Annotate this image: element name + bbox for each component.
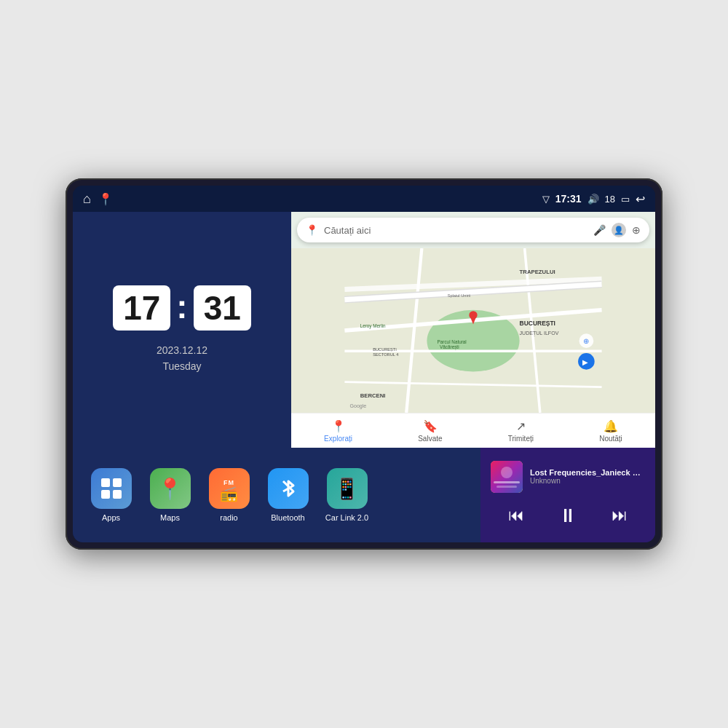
maps-label: Maps <box>160 513 180 522</box>
music-artist: Unknown <box>530 477 645 485</box>
carlink-label: Car Link 2.0 <box>325 513 368 522</box>
maps-pin-icon[interactable]: 📍 <box>98 192 113 206</box>
map-search-icons: 🎤 👤 ⊕ <box>593 223 641 237</box>
svg-text:Google: Google <box>350 403 367 409</box>
app-icon-bluetooth[interactable]: Bluetooth <box>264 468 312 522</box>
app-icon-apps[interactable]: Apps <box>87 468 135 522</box>
music-title: Lost Frequencies_Janieck Devy-... <box>530 468 645 477</box>
clock-minutes: 31 <box>194 285 251 331</box>
map-nav-send[interactable]: ↗ Trimiteți <box>508 419 534 443</box>
bluetooth-svg <box>277 475 299 502</box>
svg-text:▶: ▶ <box>582 358 588 366</box>
bluetooth-icon-bg <box>268 468 309 509</box>
news-icon: 🔔 <box>604 419 618 433</box>
svg-text:TRAPEZULUI: TRAPEZULUI <box>520 269 555 275</box>
map-widget[interactable]: 📍 Căutați aici 🎤 👤 ⊕ <box>291 212 655 448</box>
clock-date: 2023.12.12 Tuesday <box>157 342 207 375</box>
album-art <box>491 461 523 493</box>
carlink-icon: 📱 <box>334 477 360 501</box>
next-button[interactable]: ⏭ <box>604 503 635 528</box>
apps-icon-bg <box>91 468 132 509</box>
app-icon-carlink[interactable]: 📱 Car Link 2.0 <box>323 468 371 522</box>
svg-text:Leroy Merlin: Leroy Merlin <box>360 323 386 329</box>
svg-text:⊕: ⊕ <box>583 337 589 345</box>
news-label: Noutăți <box>599 435 622 443</box>
battery-icon: ▭ <box>621 194 630 205</box>
svg-rect-30 <box>496 486 517 488</box>
account-icon[interactable]: 👤 <box>612 223 626 237</box>
svg-text:Văcărești: Văcărești <box>440 344 459 350</box>
radio-icon-bg: FM 📻 <box>209 468 250 509</box>
send-icon: ↗ <box>516 419 526 433</box>
svg-rect-29 <box>494 481 520 483</box>
saved-label: Salvate <box>418 435 442 443</box>
explore-label: Explorați <box>324 435 352 443</box>
mic-icon[interactable]: 🎤 <box>593 224 606 236</box>
map-nav-news[interactable]: 🔔 Noutăți <box>599 419 622 443</box>
bottom-row: Apps 📍 Maps FM 📻 <box>73 448 655 542</box>
status-right: ▽ 17:31 🔊 18 ▭ ↩ <box>542 192 645 206</box>
svg-text:BUCUREȘTI: BUCUREȘTI <box>520 320 555 327</box>
back-icon[interactable]: ↩ <box>636 192 645 206</box>
clock-hours: 17 <box>113 285 170 331</box>
app-icon-maps[interactable]: 📍 Maps <box>146 468 194 522</box>
maps-icon: 📍 <box>157 477 183 501</box>
map-pin-icon: 📍 <box>306 224 318 236</box>
svg-text:JUDEȚUL ILFOV: JUDEȚUL ILFOV <box>520 331 559 336</box>
music-thumbnail <box>491 461 523 493</box>
saved-icon: 🔖 <box>423 419 438 433</box>
apps-label: Apps <box>102 513 120 522</box>
bluetooth-label: Bluetooth <box>271 513 304 522</box>
status-bar: ⌂ 📍 ▽ 17:31 🔊 18 ▭ ↩ <box>73 186 655 212</box>
svg-text:Parcul Natural: Parcul Natural <box>438 339 467 344</box>
svg-point-28 <box>501 467 513 478</box>
music-info: Lost Frequencies_Janieck Devy-... Unknow… <box>530 468 645 485</box>
map-bottom-bar: 📍 Explorați 🔖 Salvate ↗ Trimiteți 🔔 <box>291 413 655 448</box>
map-svg: TRAPEZULUI BUCUREȘTI JUDEȚUL ILFOV BERCE… <box>291 248 655 413</box>
map-nav-saved[interactable]: 🔖 Salvate <box>418 419 442 443</box>
clock-colon: : <box>176 290 187 323</box>
send-label: Trimiteți <box>508 435 534 443</box>
svg-text:Splaiul Unirii: Splaiul Unirii <box>448 293 470 298</box>
play-pause-button[interactable]: ⏸ <box>551 502 585 530</box>
music-player: Lost Frequencies_Janieck Devy-... Unknow… <box>480 448 655 542</box>
signal-icon: ▽ <box>542 194 550 205</box>
home-icon[interactable]: ⌂ <box>83 191 91 207</box>
car-head-unit: ⌂ 📍 ▽ 17:31 🔊 18 ▭ ↩ 17 : <box>66 178 662 550</box>
layers-icon[interactable]: ⊕ <box>632 224 641 236</box>
time-display: 17:31 <box>555 193 582 205</box>
map-search-bar[interactable]: 📍 Căutați aici 🎤 👤 ⊕ <box>297 218 649 242</box>
prev-button[interactable]: ⏮ <box>501 503 531 528</box>
explore-icon: 📍 <box>331 419 346 433</box>
screen: ⌂ 📍 ▽ 17:31 🔊 18 ▭ ↩ 17 : <box>73 186 655 542</box>
svg-text:BUCUREȘTI: BUCUREȘTI <box>373 347 397 352</box>
map-search-text[interactable]: Căutați aici <box>324 225 587 236</box>
music-top: Lost Frequencies_Janieck Devy-... Unknow… <box>491 461 645 493</box>
app-icon-radio[interactable]: FM 📻 radio <box>205 468 253 522</box>
clock-display: 17 : 31 <box>113 285 251 331</box>
maps-icon-bg: 📍 <box>150 468 191 509</box>
clock-widget: 17 : 31 2023.12.12 Tuesday <box>73 212 291 448</box>
carlink-icon-bg: 📱 <box>327 468 368 509</box>
svg-text:SECTORUL 4: SECTORUL 4 <box>373 352 398 357</box>
main-content: 17 : 31 2023.12.12 Tuesday 📍 Căutați aic… <box>73 212 655 542</box>
volume-icon: 🔊 <box>587 194 599 205</box>
map-nav-explore[interactable]: 📍 Explorați <box>324 419 352 443</box>
top-row: 17 : 31 2023.12.12 Tuesday 📍 Căutați aic… <box>73 212 655 448</box>
radio-label: radio <box>220 513 237 522</box>
music-controls: ⏮ ⏸ ⏭ <box>491 502 645 530</box>
map-area: TRAPEZULUI BUCUREȘTI JUDEȚUL ILFOV BERCE… <box>291 248 655 413</box>
battery-level: 18 <box>605 194 615 205</box>
apps-section: Apps 📍 Maps FM 📻 <box>73 448 480 542</box>
status-left: ⌂ 📍 <box>83 191 113 207</box>
svg-text:BERCENI: BERCENI <box>360 392 386 399</box>
